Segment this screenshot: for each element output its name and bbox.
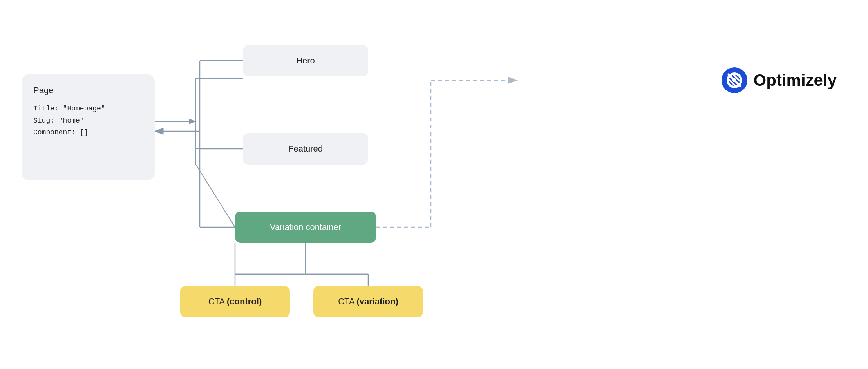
hero-box: Hero xyxy=(243,45,368,76)
cta-control-label: CTA (control) xyxy=(208,297,262,307)
variation-container-box: Variation container xyxy=(235,212,376,243)
variation-label: Variation container xyxy=(270,222,341,232)
hero-label: Hero xyxy=(296,56,315,66)
page-title-line: Title: "Homepage" xyxy=(33,103,143,115)
featured-label: Featured xyxy=(288,144,323,154)
optimizely-icon xyxy=(721,67,748,94)
svg-line-5 xyxy=(196,165,235,227)
cta-variation-box: CTA (variation) xyxy=(313,286,423,317)
cta-control-box: CTA (control) xyxy=(180,286,290,317)
cta-control-bold: (control) xyxy=(227,297,262,306)
page-component-line: Component: [] xyxy=(33,127,143,139)
featured-box: Featured xyxy=(243,133,368,165)
page-box-content: Title: "Homepage" Slug: "home" Component… xyxy=(33,103,143,139)
svg-point-24 xyxy=(732,78,736,82)
optimizely-text: Optimizely xyxy=(754,71,837,90)
cta-variation-bold: (variation) xyxy=(356,297,398,306)
connector-lines xyxy=(0,0,868,369)
cta-variation-label: CTA (variation) xyxy=(338,297,398,307)
page-slug-line: Slug: "home" xyxy=(33,115,143,127)
page-box-title: Page xyxy=(33,85,143,96)
page-box: Page Title: "Homepage" Slug: "home" Comp… xyxy=(22,74,155,180)
diagram-container: Page Title: "Homepage" Slug: "home" Comp… xyxy=(0,0,868,369)
optimizely-logo: Optimizely xyxy=(721,67,837,94)
